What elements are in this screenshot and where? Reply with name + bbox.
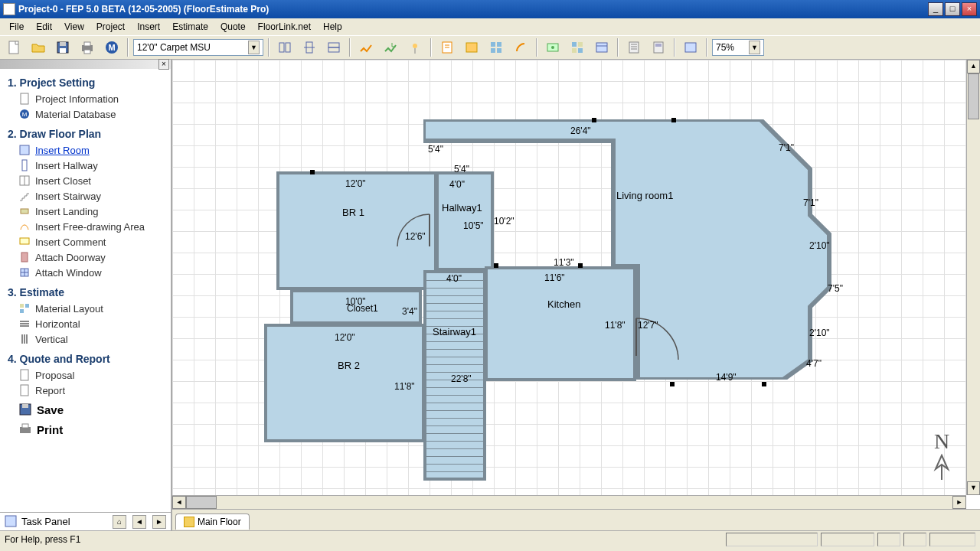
svg-rect-30 — [578, 48, 583, 53]
tab-main-floor[interactable]: Main Floor — [175, 514, 250, 530]
sidebar-close-button[interactable]: × — [158, 59, 169, 70]
toolbar: M 12'0" Carpet MSU ▼ 75% ▼ — [0, 35, 980, 60]
tool-m[interactable] — [591, 37, 612, 57]
tool-l[interactable] — [567, 37, 588, 57]
menu-quote[interactable]: Quote — [214, 20, 252, 34]
canvas-wrap: Living room1 BR 1 Hallway1 Closet1 BR 2 … — [172, 60, 980, 530]
dimension: 14'9" — [716, 372, 737, 383]
menu-floorlink[interactable]: FloorLink.net — [252, 20, 317, 34]
sidebar-item-project-info[interactable]: Project Information — [5, 91, 166, 106]
material-select[interactable]: 12'0" Carpet MSU ▼ — [133, 39, 263, 56]
tool-e[interactable] — [380, 37, 401, 57]
open-button[interactable] — [28, 37, 49, 57]
sidebar-item-insert-hallway[interactable]: Insert Hallway — [5, 158, 166, 173]
proposal-icon — [18, 369, 31, 381]
scroll-down-button[interactable]: ▼ — [967, 481, 980, 495]
sidebar-item-attach-doorway[interactable]: Attach Doorway — [5, 249, 166, 265]
scroll-up-button[interactable]: ▲ — [967, 60, 980, 73]
sidebar-item-proposal[interactable]: Proposal — [5, 367, 166, 383]
sidebar-item-horizontal[interactable]: Horizontal — [5, 316, 166, 331]
minimize-button[interactable]: _ — [928, 2, 943, 16]
selection-handle[interactable] — [494, 263, 498, 268]
sidebar-item-insert-landing[interactable]: Insert Landing — [5, 204, 166, 219]
tool-g[interactable] — [436, 37, 458, 57]
selection-handle[interactable] — [671, 118, 676, 122]
tool-b[interactable] — [299, 37, 320, 57]
tool-i[interactable] — [485, 37, 507, 57]
menu-project[interactable]: Project — [90, 20, 131, 34]
menu-view[interactable]: View — [58, 20, 90, 34]
forward-button[interactable]: ► — [152, 515, 166, 529]
sidebar-item-material-db[interactable]: MMaterial Database — [5, 106, 166, 122]
sidebar-item-insert-closet[interactable]: Insert Closet — [5, 173, 166, 188]
tool-h[interactable] — [461, 37, 482, 57]
tool-j[interactable] — [510, 37, 531, 57]
svg-rect-67 — [22, 424, 28, 428]
selection-handle[interactable] — [762, 382, 766, 386]
closet-icon — [18, 174, 31, 187]
menu-estimate[interactable]: Estimate — [166, 20, 214, 34]
section-quote-report: 4. Quote and Report — [8, 353, 166, 365]
tool-f[interactable] — [404, 37, 426, 57]
menu-insert[interactable]: Insert — [131, 20, 166, 34]
task-panel-icon — [5, 515, 17, 529]
tool-n[interactable] — [623, 37, 645, 57]
svg-rect-22 — [497, 42, 501, 47]
folder-icon — [184, 517, 194, 527]
tool-k[interactable] — [542, 37, 564, 57]
scroll-left-button[interactable]: ◄ — [172, 496, 186, 509]
horizontal-scrollbar[interactable]: ◄ ► — [172, 495, 966, 509]
document-icon — [18, 93, 31, 105]
selection-handle[interactable] — [670, 382, 675, 386]
dimension: 10'0" — [345, 296, 366, 307]
tool-d[interactable] — [355, 37, 377, 57]
print-button[interactable] — [77, 37, 98, 57]
toolbar-sep — [268, 38, 270, 57]
svg-rect-47 — [21, 209, 28, 214]
scroll-thumb[interactable] — [968, 73, 979, 119]
zoom-select[interactable]: 75% ▼ — [712, 39, 764, 56]
close-button[interactable]: × — [962, 2, 977, 16]
new-button[interactable] — [3, 37, 24, 57]
svg-rect-9 — [279, 43, 284, 52]
vertical-scrollbar[interactable]: ▲ ▼ — [966, 60, 980, 495]
sidebar-print[interactable]: Print — [5, 418, 166, 438]
tool-a[interactable] — [274, 37, 296, 57]
svg-text:M: M — [22, 111, 28, 118]
back-button[interactable]: ◄ — [132, 515, 146, 529]
selection-handle[interactable] — [310, 170, 315, 174]
menu-edit[interactable]: Edit — [30, 20, 58, 34]
horizontal-icon — [18, 318, 31, 330]
selection-handle[interactable] — [592, 118, 596, 122]
floor-plan-canvas[interactable]: Living room1 BR 1 Hallway1 Closet1 BR 2 … — [172, 60, 980, 509]
material-button[interactable]: M — [101, 37, 122, 57]
maximize-button[interactable]: □ — [945, 2, 960, 16]
svg-rect-14 — [328, 47, 339, 52]
scroll-right-button[interactable]: ► — [952, 496, 966, 509]
sidebar-save[interactable]: Save — [5, 398, 166, 418]
sidebar-item-insert-room[interactable]: Insert Room — [5, 142, 166, 158]
dimension: 7'5" — [828, 283, 843, 294]
sidebar-item-attach-window[interactable]: Attach Window — [5, 265, 166, 280]
menu-file[interactable]: File — [3, 20, 30, 34]
menu-help[interactable]: Help — [317, 20, 348, 34]
dropdown-icon: ▼ — [749, 41, 760, 54]
tool-o[interactable] — [648, 37, 669, 57]
scroll-thumb[interactable] — [186, 496, 217, 509]
sidebar-item-insert-comment[interactable]: Insert Comment — [5, 234, 166, 249]
tool-c[interactable] — [323, 37, 345, 57]
dimension: 5'4" — [428, 144, 443, 155]
svg-rect-48 — [20, 238, 29, 244]
selection-handle[interactable] — [578, 263, 583, 268]
sidebar-item-vertical[interactable]: Vertical — [5, 331, 166, 347]
sidebar-item-insert-stairway[interactable]: Insert Stairway — [5, 188, 166, 204]
sidebar-item-insert-free-drawing[interactable]: Insert Free-drawing Area — [5, 219, 166, 234]
save-button[interactable] — [52, 37, 74, 57]
menu-bar: File Edit View Project Insert Estimate Q… — [0, 18, 980, 35]
floor-tabs: Main Floor — [172, 509, 980, 530]
dimension: 5'4" — [454, 164, 469, 174]
home-button[interactable]: ⌂ — [113, 515, 126, 529]
sidebar-item-material-layout[interactable]: Material Layout — [5, 301, 166, 316]
sidebar-item-report[interactable]: Report — [5, 383, 166, 398]
tool-p[interactable] — [680, 37, 701, 57]
